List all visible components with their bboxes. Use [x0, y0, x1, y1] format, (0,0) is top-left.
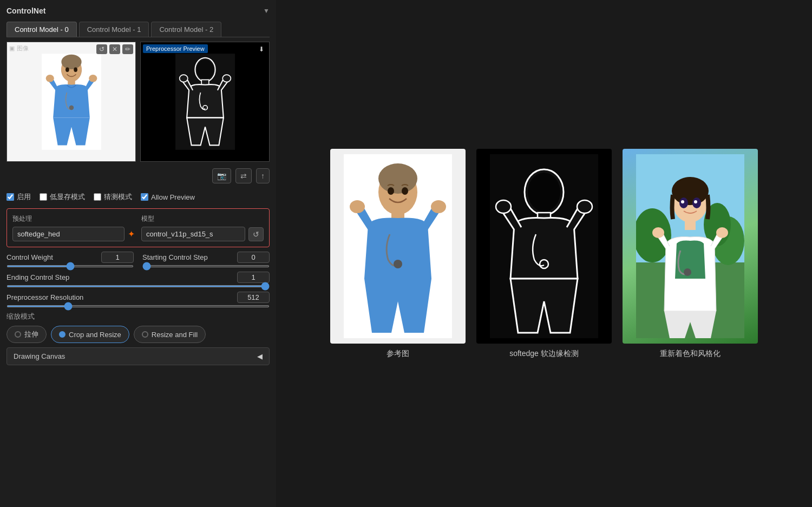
scale-resize-fill-button[interactable]: Resize and Fill — [134, 326, 206, 343]
starting-step-value[interactable] — [237, 252, 270, 263]
svg-point-45 — [684, 268, 691, 276]
close-source-button[interactable]: ✕ — [109, 44, 120, 54]
svg-rect-40 — [685, 220, 696, 230]
svg-point-24 — [388, 187, 394, 195]
tab-control-model-2[interactable]: Control Model - 2 — [151, 22, 221, 37]
svg-point-11 — [196, 60, 213, 80]
scale-stretch-button[interactable]: 拉伸 — [6, 326, 47, 343]
allow-preview-label: Allow Preview — [151, 193, 195, 201]
result-item-2: 重新着色和风格化 — [623, 149, 758, 359]
svg-point-44 — [694, 200, 697, 203]
svg-point-21 — [394, 260, 402, 268]
ending-step-value[interactable] — [237, 272, 270, 283]
upload-button[interactable]: ↑ — [256, 168, 270, 183]
model-selection-row: 预处理 softedge_hed ✦ 模型 control_v11p_sd15_… — [6, 208, 270, 247]
nurse-photo — [7, 42, 135, 161]
starting-step-slider-row: Starting Control Step — [142, 252, 270, 267]
dual-slider-row: Control Weight Starting Control Step — [6, 252, 270, 267]
preprocessor-photo — [141, 42, 269, 161]
result-image-1 — [476, 149, 612, 344]
nurse-svg — [42, 48, 101, 156]
options-row: 启用 低显存模式 猜测模式 Allow Preview — [6, 190, 270, 204]
resize-fill-radio — [142, 331, 148, 338]
result-item-1: softedge 软边缘检测 — [476, 149, 612, 359]
starting-step-label: Starting Control Step — [142, 253, 208, 261]
tab-control-model-1[interactable]: Control Model - 1 — [79, 22, 149, 37]
low-vram-checkbox-item[interactable]: 低显存模式 — [40, 192, 85, 202]
svg-point-14 — [222, 75, 231, 82]
low-vram-label: 低显存模式 — [50, 192, 85, 202]
ending-step-label: Ending Control Step — [6, 273, 69, 281]
allow-preview-checkbox[interactable] — [141, 193, 148, 201]
left-panel: ControlNet ▼ Control Model - 0 Control M… — [0, 0, 276, 507]
crop-resize-radio — [59, 331, 66, 338]
svg-point-23 — [431, 200, 446, 213]
control-weight-label: Control Weight — [6, 253, 53, 261]
enable-checkbox-item[interactable]: 启用 — [6, 192, 31, 202]
result-label-1: softedge 软边缘检测 — [509, 349, 579, 359]
result-label-0: 参考图 — [387, 349, 409, 359]
ending-step-range[interactable] — [6, 285, 270, 287]
starting-step-range[interactable] — [142, 265, 270, 267]
tool-row: 📷 ⇄ ↑ — [6, 166, 270, 186]
guess-mode-label: 猜测模式 — [104, 192, 132, 202]
download-preview-button[interactable]: ⬇ — [256, 44, 267, 54]
control-weight-slider-row: Control Weight — [6, 252, 134, 267]
svg-point-5 — [45, 75, 54, 82]
scale-mode-label: 缩放模式 — [6, 312, 270, 321]
large-outline-photo — [476, 149, 612, 344]
drawing-canvas-icon: ◀ — [257, 352, 263, 360]
drawing-canvas-label: Drawing Canvas — [14, 352, 65, 360]
preprocessor-select[interactable]: softedge_hed — [12, 227, 125, 241]
ending-step-header: Ending Control Step — [6, 272, 270, 283]
allow-preview-checkbox-item[interactable]: Allow Preview — [141, 193, 195, 201]
preprocessor-res-range[interactable] — [6, 305, 270, 307]
control-weight-range[interactable] — [6, 265, 134, 267]
svg-point-4 — [69, 106, 73, 110]
preprocessor-res-header: Preprocessor Resolution — [6, 292, 270, 303]
source-image-controls: ↺ ✕ ✏ — [96, 44, 133, 54]
tab-bar: Control Model - 0 Control Model - 1 Cont… — [6, 22, 270, 37]
preprocessor-col: 预处理 softedge_hed ✦ — [12, 214, 135, 241]
tab-control-model-0[interactable]: Control Model - 0 — [6, 22, 77, 37]
guess-mode-checkbox[interactable] — [94, 193, 101, 201]
preview-label: Preprocessor Preview — [143, 44, 208, 53]
enable-checkbox[interactable] — [6, 193, 14, 201]
swap-button[interactable]: ⇄ — [235, 168, 252, 183]
preprocessor-res-value[interactable] — [237, 292, 270, 303]
guess-mode-checkbox-item[interactable]: 猜测模式 — [94, 192, 132, 202]
model-refresh-button[interactable]: ↺ — [248, 227, 264, 241]
large-anime-photo — [623, 149, 758, 344]
large-nurse-svg — [344, 154, 452, 338]
camera-button[interactable]: 📷 — [212, 168, 231, 183]
stretch-radio — [15, 331, 21, 338]
svg-point-6 — [89, 75, 97, 82]
scale-buttons: 拉伸 Crop and Resize Resize and Fill — [6, 326, 270, 343]
enable-label: 启用 — [17, 192, 31, 202]
svg-point-7 — [66, 68, 69, 72]
svg-point-2 — [61, 55, 81, 69]
result-image-0 — [330, 149, 466, 344]
source-image-box: ▣ 图像 ↺ ✕ ✏ — [6, 42, 136, 162]
drawing-canvas-row[interactable]: Drawing Canvas ◀ — [6, 347, 270, 365]
model-label: 模型 — [141, 214, 264, 223]
svg-point-30 — [496, 200, 511, 213]
starting-step-header: Starting Control Step — [142, 252, 270, 263]
collapse-icon[interactable]: ▼ — [263, 7, 270, 15]
low-vram-checkbox[interactable] — [40, 193, 47, 201]
results-grid: 参考图 — [287, 149, 801, 359]
svg-point-13 — [179, 75, 187, 82]
svg-point-25 — [402, 187, 408, 195]
model-select[interactable]: control_v11p_sd15_s — [141, 227, 245, 241]
refresh-source-button[interactable]: ↺ — [96, 44, 107, 54]
svg-point-46 — [652, 227, 664, 238]
svg-point-22 — [350, 200, 365, 213]
control-weight-value[interactable] — [101, 252, 134, 263]
svg-point-47 — [716, 227, 728, 238]
image-row: ▣ 图像 ↺ ✕ ✏ — [6, 42, 270, 162]
preprocessor-image-box: Preprocessor Preview ⬇ — [140, 42, 270, 162]
pencil-source-button[interactable]: ✏ — [122, 44, 133, 54]
scale-crop-resize-button[interactable]: Crop and Resize — [51, 326, 129, 343]
result-label-2: 重新着色和风格化 — [660, 349, 721, 359]
svg-point-31 — [577, 200, 592, 213]
